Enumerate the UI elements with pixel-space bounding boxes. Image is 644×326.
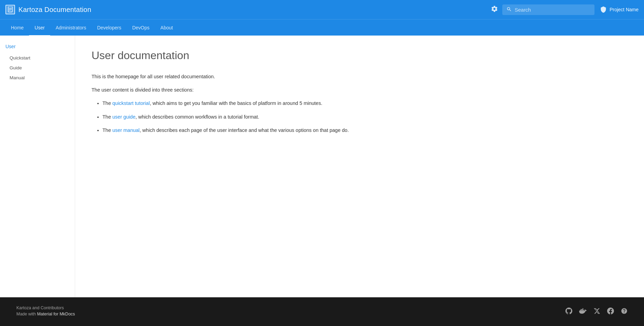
- list-item-manual-prefix: The: [102, 127, 112, 133]
- settings-icon[interactable]: [491, 5, 498, 14]
- quickstart-link[interactable]: quickstart tutorial: [112, 100, 150, 106]
- footer: Kartoza and Contributors Made with Mater…: [0, 297, 644, 326]
- list-item-guide-suffix: , which describes common workflows in a …: [136, 114, 260, 120]
- nav-about[interactable]: About: [155, 19, 179, 36]
- footer-made-prefix: Made with: [16, 312, 37, 316]
- project-name: Project Name: [610, 7, 639, 12]
- page-title: User documentation: [92, 49, 366, 62]
- footer-copyright: Kartoza and Contributors: [16, 305, 75, 310]
- list-item-manual-suffix: , which describes each page of the user …: [140, 127, 349, 133]
- sidebar-section-user[interactable]: User: [5, 44, 69, 49]
- main-content: User documentation This is the homepage …: [75, 36, 382, 297]
- sections-list: The quickstart tutorial, which aims to g…: [92, 99, 366, 134]
- footer-mkdocs-link[interactable]: Material for MkDocs: [37, 312, 75, 316]
- list-item-manual: The user manual, which describes each pa…: [102, 126, 366, 134]
- main-nav: Home User Administrators Developers DevO…: [0, 19, 644, 36]
- footer-icons: [565, 307, 628, 316]
- header: Kartoza Documentation Project Name: [0, 0, 644, 19]
- list-item-guide-prefix: The: [102, 114, 112, 120]
- site-title: Kartoza Documentation: [18, 6, 91, 14]
- project-selector[interactable]: Project Name: [600, 6, 639, 13]
- list-item-quickstart-suffix: , which aims to get you familiar with th…: [150, 100, 322, 106]
- footer-left: Kartoza and Contributors Made with Mater…: [16, 305, 75, 318]
- github-icon[interactable]: [565, 308, 572, 316]
- sidebar: User Quickstart Guide Manual: [0, 36, 75, 297]
- logo-link[interactable]: Kartoza Documentation: [5, 5, 91, 14]
- guide-link[interactable]: user guide: [112, 114, 136, 120]
- nav-developers[interactable]: Developers: [92, 19, 127, 36]
- sections-intro: The user content is divided into three s…: [92, 86, 366, 94]
- help-icon[interactable]: [621, 308, 628, 316]
- docker-icon[interactable]: [579, 307, 587, 316]
- nav-administrators[interactable]: Administrators: [50, 19, 92, 36]
- search-icon: [506, 6, 512, 13]
- sidebar-item-quickstart[interactable]: Quickstart: [5, 53, 69, 63]
- twitter-icon[interactable]: [593, 308, 600, 316]
- manual-link[interactable]: user manual: [112, 127, 140, 133]
- logo-icon: [5, 5, 15, 14]
- nav-devops[interactable]: DevOps: [127, 19, 155, 36]
- search-box[interactable]: [502, 4, 594, 15]
- nav-user[interactable]: User: [29, 19, 50, 36]
- search-input[interactable]: [515, 7, 590, 13]
- intro-paragraph: This is the homepage for all user relate…: [92, 73, 366, 81]
- sidebar-item-guide[interactable]: Guide: [5, 63, 69, 72]
- facebook-icon[interactable]: [607, 308, 614, 316]
- page-body: User Quickstart Guide Manual User docume…: [0, 36, 644, 297]
- footer-made-with: Made with Material for MkDocs: [16, 312, 75, 316]
- nav-home[interactable]: Home: [5, 19, 29, 36]
- sidebar-item-manual[interactable]: Manual: [5, 73, 69, 82]
- list-item-quickstart-prefix: The: [102, 100, 112, 106]
- list-item-quickstart: The quickstart tutorial, which aims to g…: [102, 99, 366, 107]
- list-item-guide: The user guide, which describes common w…: [102, 113, 366, 121]
